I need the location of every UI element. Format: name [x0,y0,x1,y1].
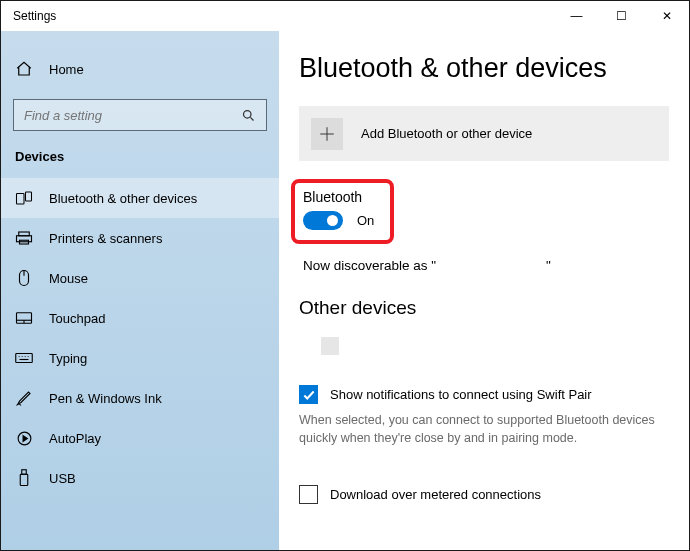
mouse-icon [15,269,33,287]
sidebar-item-autoplay[interactable]: AutoPlay [1,418,279,458]
sidebar: Home Devices Bluetooth & other devices P… [1,31,279,550]
sidebar-item-label: AutoPlay [49,431,101,446]
svg-rect-21 [20,474,28,485]
section-devices: Devices [1,149,279,178]
minimize-button[interactable]: — [554,1,599,31]
bluetooth-devices-icon [15,189,33,207]
bluetooth-highlight: Bluetooth On [291,179,394,244]
toggle-knob [327,215,338,226]
svg-marker-19 [23,435,27,441]
pen-icon [15,389,33,407]
search-input[interactable] [24,108,233,123]
sidebar-item-label: USB [49,471,76,486]
sidebar-item-mouse[interactable]: Mouse [1,258,279,298]
svg-rect-3 [26,192,32,201]
sidebar-item-label: Touchpad [49,311,105,326]
svg-line-1 [250,117,253,120]
swift-pair-help: When selected, you can connect to suppor… [299,412,669,447]
svg-rect-12 [16,354,33,363]
metered-label: Download over metered connections [330,487,541,502]
sidebar-item-label: Typing [49,351,87,366]
page-title: Bluetooth & other devices [299,53,669,84]
other-devices-heading: Other devices [299,297,669,319]
search-box[interactable] [13,99,267,131]
bluetooth-state: On [357,213,374,228]
usb-icon [15,469,33,487]
sidebar-item-typing[interactable]: Typing [1,338,279,378]
add-device-label: Add Bluetooth or other device [361,126,532,141]
autoplay-icon [15,429,33,447]
sidebar-item-label: Mouse [49,271,88,286]
sidebar-item-touchpad[interactable]: Touchpad [1,298,279,338]
sidebar-item-pen[interactable]: Pen & Windows Ink [1,378,279,418]
svg-rect-20 [22,470,27,475]
sidebar-item-usb[interactable]: USB [1,458,279,498]
swift-pair-row[interactable]: Show notifications to connect using Swif… [299,385,669,404]
keyboard-icon [15,349,33,367]
swift-pair-label: Show notifications to connect using Swif… [330,387,592,402]
search-icon [241,108,256,123]
close-button[interactable]: ✕ [644,1,689,31]
discoverable-text: Now discoverable as "" [303,258,669,273]
sidebar-item-label: Bluetooth & other devices [49,191,197,206]
svg-rect-5 [17,236,32,242]
sidebar-item-label: Pen & Windows Ink [49,391,162,406]
window-title: Settings [13,9,554,23]
metered-checkbox[interactable] [299,485,318,504]
sidebar-item-label: Printers & scanners [49,231,162,246]
home-nav[interactable]: Home [1,49,279,89]
content-pane: Bluetooth & other devices Add Bluetooth … [279,31,689,550]
svg-point-0 [244,110,252,118]
home-label: Home [49,62,84,77]
metered-row[interactable]: Download over metered connections [299,485,669,504]
titlebar: Settings — ☐ ✕ [1,1,689,31]
sidebar-item-bluetooth[interactable]: Bluetooth & other devices [1,178,279,218]
sidebar-item-printers[interactable]: Printers & scanners [1,218,279,258]
svg-rect-2 [17,194,25,205]
bluetooth-heading: Bluetooth [301,189,374,205]
maximize-button[interactable]: ☐ [599,1,644,31]
add-device-card[interactable]: Add Bluetooth or other device [299,106,669,161]
printer-icon [15,229,33,247]
touchpad-icon [15,309,33,327]
home-icon [15,60,33,78]
swift-pair-checkbox[interactable] [299,385,318,404]
device-item-placeholder[interactable] [321,337,339,355]
bluetooth-toggle[interactable] [303,211,343,230]
plus-icon [311,118,343,150]
